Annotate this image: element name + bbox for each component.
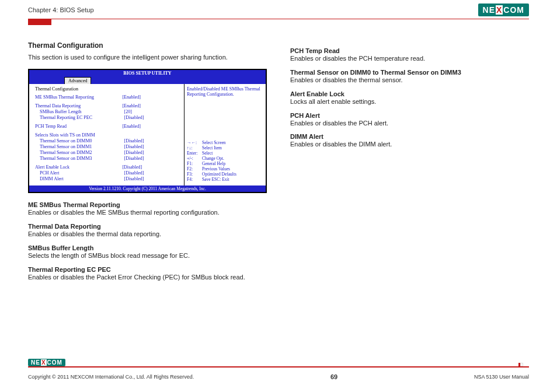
item-title: PCH Alert xyxy=(290,112,529,119)
item-desc: Locks all alert enable settings. xyxy=(290,97,529,106)
bios-help-key: Enter: xyxy=(187,150,202,156)
bios-row: Thermal Reporting EC PEC[Disabled] xyxy=(35,115,180,121)
bios-help-value: Optimized Defaults xyxy=(202,172,236,177)
section-desc: This section is used to configure the in… xyxy=(28,53,267,62)
item-desc: Enables or disables the ME SMBus thermal… xyxy=(28,208,267,217)
bios-row-label: DIMM Alert xyxy=(35,176,124,182)
bios-footer: Version 2.11.1210. Copyright (C) 2011 Am… xyxy=(29,186,266,192)
bios-row-label: Thermal Sensor on DIMM0 xyxy=(35,138,124,144)
right-items: PCH Temp ReadEnables or disables the PCH… xyxy=(290,47,529,149)
content-columns: Thermal Configuration This section is us… xyxy=(0,25,557,282)
bios-help-row: F1:General Help xyxy=(187,161,263,166)
bios-row-label: Thermal Reporting EC PEC xyxy=(35,115,124,121)
bios-row: Thermal Sensor on DIMM2[Disabled] xyxy=(35,150,180,156)
item-title: Thermal Data Reporting xyxy=(28,223,267,230)
item-title: Thermal Sensor on DIMM0 to Thermal Senso… xyxy=(290,69,529,76)
bios-row-label: PCH Alert xyxy=(35,170,124,176)
logo-part-right: COM xyxy=(503,5,524,15)
bios-row-value: [Enabled] xyxy=(122,103,180,109)
page-header: Chapter 4: BIOS Setup NEXCOM xyxy=(0,0,557,16)
bios-row-label: ME SMBus Thermal Reporting xyxy=(35,94,122,100)
bios-row-label: Thermal Data Reporting xyxy=(35,103,122,109)
bios-right-panel: Enabled/Disabled ME SMBus Thermal Report… xyxy=(184,84,266,186)
bios-help-row: +/-:Change Opt. xyxy=(187,156,263,161)
item-title: SMBus Buffer Length xyxy=(28,244,267,251)
bios-key-help: →←:Select Screen↑↓:Select ItemEnter:Sele… xyxy=(187,140,263,182)
manual-name: NSA 5130 User Manual xyxy=(474,374,529,380)
bios-row: DIMM Alert[Disabled] xyxy=(35,176,180,182)
bios-row-value: [Disabled] xyxy=(124,144,180,150)
bios-row-label: Selects Slots with TS on DIMM xyxy=(35,132,122,138)
footer-logo-right: COM xyxy=(47,359,62,366)
bios-row: Thermal Sensor on DIMM1[Disabled] xyxy=(35,144,180,150)
bios-help-row: Enter:Select xyxy=(187,150,263,156)
header-divider xyxy=(28,19,529,19)
bios-help-row: ↑↓:Select Item xyxy=(187,145,263,150)
bios-help-value: Save ESC: Exit xyxy=(202,177,229,182)
bios-row: Thermal Data Reporting[Enabled] xyxy=(35,103,180,109)
bios-row-label: Thermal Sensor on DIMM2 xyxy=(35,150,124,156)
bios-help-value: Select Screen xyxy=(202,140,226,145)
item-desc: Enables or disables the DIMM alert. xyxy=(290,140,529,149)
bios-row-label: Alert Enable Lock xyxy=(35,164,122,170)
logo-part-left: NE xyxy=(483,5,495,15)
footer-divider xyxy=(28,366,529,368)
bios-row-value: [Disabled] xyxy=(124,176,180,182)
bios-tab-advanced: Advanced xyxy=(64,77,91,84)
item-desc: Enables or disables the PCH alert. xyxy=(290,119,529,128)
footer-logo-left: NE xyxy=(31,359,40,366)
bios-row: ME SMBus Thermal Reporting[Enabled] xyxy=(35,94,180,100)
bios-rows: ME SMBus Thermal Reporting[Enabled]Therm… xyxy=(35,94,180,182)
bios-row-value: [Disabled] xyxy=(124,115,180,121)
bios-row-value: [Disabled] xyxy=(124,138,180,144)
bios-row-value: [Disabled] xyxy=(124,150,180,156)
item-title: Thermal Reporting EC PEC xyxy=(28,266,267,273)
bios-row-label: Thermal Sensor on DIMM3 xyxy=(35,156,124,162)
left-column: Thermal Configuration This section is us… xyxy=(28,41,267,282)
logo-part-x: X xyxy=(496,5,503,15)
bios-row: PCH Alert[Disabled] xyxy=(35,170,180,176)
item-title: PCH Temp Read xyxy=(290,47,529,54)
bios-help-key: +/-: xyxy=(187,156,202,161)
brand-logo: NEXCOM xyxy=(478,4,529,16)
bios-screenshot: BIOS SETUP UTILITY Advanced Thermal Conf… xyxy=(28,69,267,193)
bios-row-value: [Disabled] xyxy=(124,170,180,176)
item-desc: Enables or disables the Packet Error Che… xyxy=(28,273,267,282)
bios-left-panel: Thermal Configuration ME SMBus Thermal R… xyxy=(29,84,184,186)
bios-row-value: [Disabled] xyxy=(124,156,180,162)
bios-row: Thermal Sensor on DIMM0[Disabled] xyxy=(35,138,180,144)
item-desc: Selects the length of SMBus block read m… xyxy=(28,251,267,260)
bios-tab-bar: Advanced xyxy=(29,76,266,84)
bios-row-value: [Disabled] xyxy=(122,164,180,170)
red-tab-marker xyxy=(28,19,51,25)
bios-row-label: PCH Temp Read xyxy=(35,124,122,130)
bios-help-key: F2: xyxy=(187,166,202,172)
footer-logo: NEXCOM xyxy=(28,359,65,366)
bios-row-value: [20] xyxy=(124,109,180,115)
item-title: Alert Enable Lock xyxy=(290,90,529,97)
bios-help-key: F3: xyxy=(187,172,202,177)
item-desc: Enables or disables the thermal data rep… xyxy=(28,230,267,239)
bios-row: SMBus Buffer Length[20] xyxy=(35,109,180,115)
bios-help-key: F4: xyxy=(187,177,202,182)
bios-row: Selects Slots with TS on DIMM xyxy=(35,132,180,138)
bios-help-value: Previous Values xyxy=(202,166,230,172)
bios-row-value: [Enabled] xyxy=(122,94,180,100)
bios-title-bar: BIOS SETUP UTILITY xyxy=(29,70,266,76)
bios-row-value xyxy=(122,132,180,138)
item-title: ME SMBus Thermal Reporting xyxy=(28,201,267,208)
bios-help-key: F1: xyxy=(187,161,202,166)
item-title: DIMM Alert xyxy=(290,133,529,140)
copyright-text: Copyright © 2011 NEXCOM International Co… xyxy=(28,374,194,380)
bios-help-value: Change Opt. xyxy=(202,156,224,161)
page-footer: Copyright © 2011 NEXCOM International Co… xyxy=(28,373,529,380)
bios-help-row: F2:Previous Values xyxy=(187,166,263,172)
bios-help-row: F3:Optimized Defaults xyxy=(187,172,263,177)
bios-help-value: General Help xyxy=(202,161,225,166)
bios-help-row: →←:Select Screen xyxy=(187,140,263,145)
right-column: PCH Temp ReadEnables or disables the PCH… xyxy=(290,41,529,282)
item-desc: Enables or disables the PCH temperature … xyxy=(290,54,529,63)
bios-row-label: Thermal Sensor on DIMM1 xyxy=(35,144,124,150)
bios-help-key: ↑↓: xyxy=(187,145,202,150)
left-items: ME SMBus Thermal ReportingEnables or dis… xyxy=(28,201,267,281)
